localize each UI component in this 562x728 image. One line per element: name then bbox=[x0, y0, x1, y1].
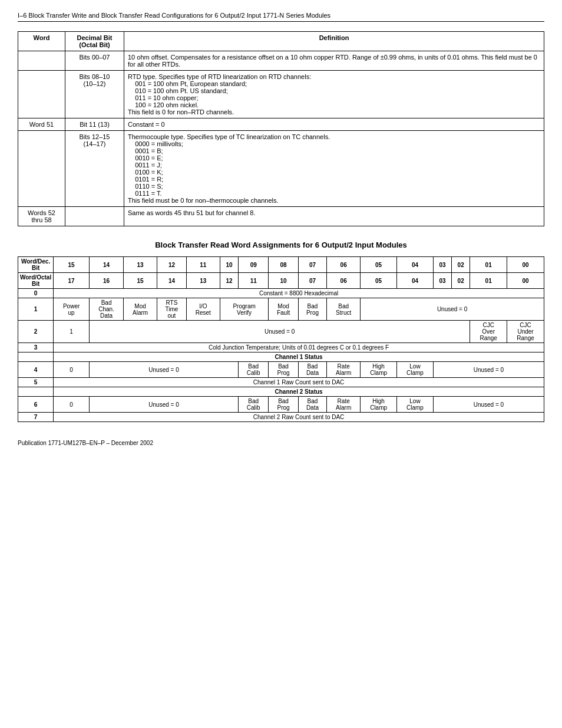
upper-table: Word Decimal Bit(Octal Bit) Definition B… bbox=[18, 31, 544, 226]
col-14o: 14 bbox=[157, 273, 187, 289]
bit-cell bbox=[65, 207, 124, 226]
col-15o: 15 bbox=[124, 273, 157, 289]
col-04o: 04 bbox=[397, 273, 434, 289]
col-03: 03 bbox=[433, 257, 451, 273]
col-06: 06 bbox=[327, 257, 361, 273]
col-04: 04 bbox=[397, 257, 434, 273]
table-row: Bits 00–07 10 ohm offset. Compensates fo… bbox=[18, 51, 544, 71]
word-number: 2 bbox=[18, 321, 54, 343]
cell-high-clamp-4: HighClamp bbox=[361, 362, 397, 378]
col-05: 05 bbox=[361, 257, 397, 273]
ch1-status-label: Channel 1 Status bbox=[54, 353, 544, 362]
page-footer: Publication 1771-UM127B–EN–P – December … bbox=[18, 440, 544, 446]
table-row: 4 0 Unused = 0 BadCalib BadProg BadData … bbox=[18, 362, 544, 378]
col-01o: 01 bbox=[470, 273, 507, 289]
def-cell: Thermocouple type. Specifies type of TC … bbox=[124, 131, 544, 207]
col-05o: 05 bbox=[361, 273, 397, 289]
table-row: 1 Powerup BadChan.Data ModAlarm RTSTimeo… bbox=[18, 298, 544, 321]
col-header: Word/Dec. Bit bbox=[18, 257, 54, 273]
word-cell: Words 52 thru 58 bbox=[18, 207, 65, 226]
col-16: 16 bbox=[90, 273, 124, 289]
bit-cell: Bit 11 (13) bbox=[65, 118, 124, 131]
word-number: 0 bbox=[18, 289, 54, 298]
cell-bad-prog-6: BadProg bbox=[269, 397, 298, 413]
word-number: 3 bbox=[18, 343, 54, 353]
bit-cell: Bits 00–07 bbox=[65, 51, 124, 71]
col-01: 01 bbox=[470, 257, 507, 273]
channel-1-status-header: Channel 1 Status bbox=[18, 353, 544, 362]
row-content: Constant = 8800 Hexadecimal bbox=[54, 289, 544, 298]
cell-low-clamp-4: LowClamp bbox=[397, 362, 434, 378]
word-number: 5 bbox=[18, 378, 54, 387]
table-row: Bits 08–10(10–12) RTD type. Specifies ty… bbox=[18, 71, 544, 118]
col-02o: 02 bbox=[452, 273, 470, 289]
col-07: 07 bbox=[298, 257, 326, 273]
col-10o: 10 bbox=[269, 273, 298, 289]
col-word: Word bbox=[18, 32, 65, 51]
cell-unused-6b: Unused = 0 bbox=[433, 397, 544, 413]
col-09: 09 bbox=[239, 257, 269, 273]
word-cell: Word 51 bbox=[18, 118, 65, 131]
col-definition: Definition bbox=[124, 32, 544, 51]
table-row: Words 52 thru 58 Same as words 45 thru 5… bbox=[18, 207, 544, 226]
def-cell: Constant = 0 bbox=[124, 118, 544, 131]
header-text: I–6 Block Transfer Write and Block Trans… bbox=[18, 12, 330, 19]
word-number: 6 bbox=[18, 397, 54, 413]
col-15: 15 bbox=[54, 257, 90, 273]
cell-unused-4: Unused = 0 bbox=[90, 362, 239, 378]
col-03o: 03 bbox=[433, 273, 451, 289]
cell-bad-data-6: BadData bbox=[298, 397, 326, 413]
cell-bad-calib-4: BadCalib bbox=[239, 362, 269, 378]
cell-unused-6: Unused = 0 bbox=[90, 397, 239, 413]
col-13o: 13 bbox=[186, 273, 220, 289]
table-row: Bits 12–15(14–17) Thermocouple type. Spe… bbox=[18, 131, 544, 207]
col-02: 02 bbox=[452, 257, 470, 273]
cell-bad-prog-4: BadProg bbox=[269, 362, 298, 378]
cell-bad-struct: BadStruct bbox=[327, 298, 361, 321]
table-row: 3 Cold Junction Temperature; Units of 0.… bbox=[18, 343, 544, 353]
def-cell: 10 ohm offset. Compensates for a resista… bbox=[124, 51, 544, 71]
ch2-status-label: Channel 2 Status bbox=[54, 387, 544, 397]
col-08: 08 bbox=[269, 257, 298, 273]
col-00: 00 bbox=[507, 257, 544, 273]
col-13: 13 bbox=[124, 257, 157, 273]
word-cell bbox=[18, 131, 65, 207]
header-row-oct: Word/Octal Bit 17 16 15 14 13 12 11 10 0… bbox=[18, 273, 544, 289]
cell-bad-calib-6: BadCalib bbox=[239, 397, 269, 413]
col-00o: 00 bbox=[507, 273, 544, 289]
word-number: 7 bbox=[18, 413, 54, 422]
cell-program-verify: ProgramVerify bbox=[220, 298, 269, 321]
lower-table: Word/Dec. Bit 15 14 13 12 11 10 09 08 07… bbox=[18, 256, 544, 422]
cell-bad-chan: BadChan.Data bbox=[90, 298, 124, 321]
def-cell: RTD type. Specifies type of RTD lineariz… bbox=[124, 71, 544, 118]
col-header-oct: Word/Octal Bit bbox=[18, 273, 54, 289]
col-10: 10 bbox=[220, 257, 238, 273]
cell-mod-fault: ModFault bbox=[269, 298, 298, 321]
empty-cell bbox=[18, 387, 54, 397]
cell-rts-timeout: RTSTimeout bbox=[157, 298, 187, 321]
word-cell bbox=[18, 51, 65, 71]
col-11o: 11 bbox=[239, 273, 269, 289]
col-17: 17 bbox=[54, 273, 90, 289]
row-content: Cold Junction Temperature; Units of 0.01… bbox=[54, 343, 544, 353]
col-12o: 12 bbox=[220, 273, 238, 289]
col-07o: 07 bbox=[298, 273, 326, 289]
table-row: 0 Constant = 8800 Hexadecimal bbox=[18, 289, 544, 298]
col-06o: 06 bbox=[327, 273, 361, 289]
table-row: 5 Channel 1 Raw Count sent to DAC bbox=[18, 378, 544, 387]
empty-cell bbox=[18, 353, 54, 362]
cell-zero-4: 0 bbox=[54, 362, 90, 378]
cell-one: 1 bbox=[54, 321, 90, 343]
cell-bad-prog: BadProg bbox=[298, 298, 326, 321]
row-content: Channel 1 Raw Count sent to DAC bbox=[54, 378, 544, 387]
table-row: Word 51 Bit 11 (13) Constant = 0 bbox=[18, 118, 544, 131]
table-row: 2 1 Unused = 0 CJCOverRange CJCUnderRang… bbox=[18, 321, 544, 343]
cell-io-reset: I/OReset bbox=[186, 298, 220, 321]
cell-rate-alarm-4: RateAlarm bbox=[327, 362, 361, 378]
bit-cell: Bits 12–15(14–17) bbox=[65, 131, 124, 207]
col-bit: Decimal Bit(Octal Bit) bbox=[65, 32, 124, 51]
table-row: 6 0 Unused = 0 BadCalib BadProg BadData … bbox=[18, 397, 544, 413]
footer-text: Publication 1771-UM127B–EN–P – December … bbox=[18, 440, 153, 446]
channel-2-status-header: Channel 2 Status bbox=[18, 387, 544, 397]
cell-cjc-under: CJCUnderRange bbox=[507, 321, 544, 343]
